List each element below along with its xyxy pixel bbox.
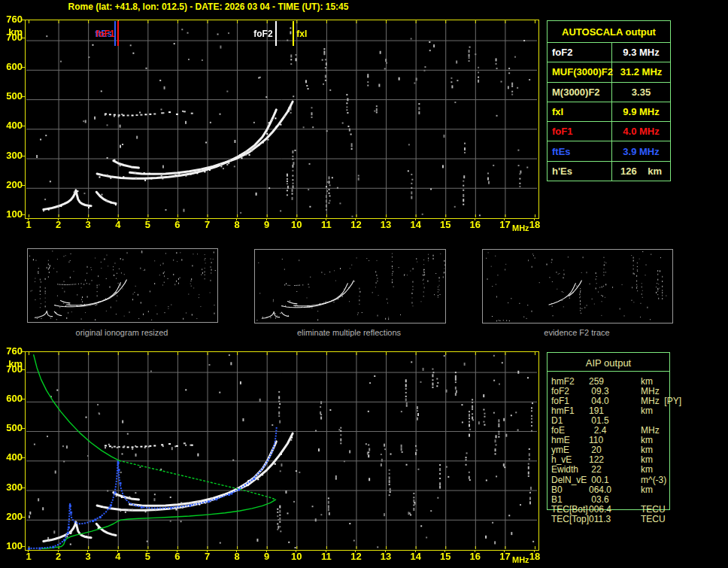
aip-param-unit: km — [641, 485, 653, 495]
x-tick-label: 17 — [495, 552, 514, 561]
aip-param-label: foF2 — [551, 387, 569, 396]
aip-param-label: TEC[Bot] — [551, 505, 588, 515]
x-tick-label: 2 — [49, 220, 68, 229]
x-tick-label: 17 — [495, 220, 514, 229]
x-tick-label: 6 — [168, 552, 187, 561]
bottom-inversion-canvas — [26, 352, 538, 550]
thumbnail-evidence-f2 — [482, 249, 673, 323]
aip-param-unit: TECU — [641, 515, 666, 524]
x-tick-label: 14 — [406, 220, 426, 229]
aip-param-value: 259 — [589, 377, 604, 387]
aip-param-value: 22 — [589, 465, 602, 475]
aip-param-value: 011.3 — [589, 515, 611, 524]
x-tick-label: 18 — [525, 220, 544, 229]
y-tick-label: 700 — [2, 33, 23, 42]
autoscala-row-foF2: foF29.3 MHz — [548, 42, 670, 62]
autoscala-param-label: fxI — [548, 102, 612, 121]
autoscala-param-label: foF2 — [548, 43, 612, 62]
thumbnail-eliminate-canvas — [255, 250, 445, 323]
x-tick-label: 4 — [108, 220, 128, 229]
x-tick-label: 8 — [227, 220, 247, 229]
x-tick-label: 11 — [317, 220, 336, 229]
x-tick-label: 8 — [227, 552, 247, 561]
x-tick-label: 13 — [376, 552, 396, 561]
thumbnail-evidence-canvas — [483, 250, 672, 323]
thumbnail-eliminate-reflections — [254, 249, 446, 323]
aip-param-unit: km — [641, 377, 653, 387]
marker-label-foF2: foF2 — [253, 29, 272, 38]
autoscala-param-value: 9.9 MHz — [612, 102, 670, 121]
autoscala-row-M(3000)F2: M(3000)F23.35 — [548, 82, 670, 102]
top-ionogram-plot: ftEsfoF1foF2fxI — [25, 20, 539, 219]
thumbnail-label: evidence F2 trace — [544, 328, 609, 337]
autoscala-row-MUF(3000)F2: MUF(3000)F231.2 MHz — [548, 62, 670, 81]
aip-param-value: 01.5 — [589, 416, 609, 426]
x-axis-unit-label: MHz — [512, 224, 529, 232]
y-tick-label: 700 — [2, 365, 23, 374]
station-date-title: Rome (lat: +41.8, lon: 012.5) - DATE: 20… — [68, 2, 349, 12]
x-tick-label: 12 — [346, 220, 366, 229]
y-tick-label: 300 — [2, 483, 23, 492]
x-tick-label: 7 — [198, 220, 217, 229]
autoscala-param-label: h'Es — [548, 162, 612, 181]
x-tick-label: 3 — [78, 552, 98, 561]
x-tick-label: 15 — [435, 220, 455, 229]
autoscala-param-value: 3.35 — [612, 83, 670, 102]
aip-param-label: h_vE — [551, 455, 572, 465]
aip-param-value: 191 — [589, 406, 604, 416]
x-tick-label: 9 — [257, 220, 277, 229]
autoscala-param-label: foF1 — [548, 122, 612, 141]
autoscala-row-fxI: fxI9.9 MHz — [548, 102, 670, 121]
y-axis-unit-label: km — [2, 360, 23, 369]
autoscala-output-screen: Rome (lat: +41.8, lon: 012.5) - DATE: 20… — [0, 0, 728, 568]
x-tick-label: 9 — [257, 552, 277, 561]
x-tick-label: 12 — [346, 552, 366, 561]
aip-param-value: 00.1 — [589, 475, 609, 485]
aip-param-label: B1 — [551, 495, 563, 505]
autoscala-param-value: 4.0 MHz — [612, 122, 670, 141]
y-tick-label: 760 — [2, 15, 23, 24]
aip-param-unit: MHz — [641, 426, 660, 436]
thumbnail-label: eliminate multiple reflections — [297, 328, 401, 337]
y-tick-label: 760 — [2, 347, 23, 356]
y-tick-label: 100 — [2, 542, 23, 551]
autoscala-row-ftEs: ftEs3.9 MHz — [548, 141, 670, 160]
aip-header-divider — [547, 371, 670, 372]
autoscala-row-h'Es: h'Es126 km — [548, 161, 670, 181]
aip-param-value: 03.6 — [589, 495, 609, 505]
aip-param-label: DelN_vE — [551, 475, 587, 485]
aip-param-label: Ewidth — [551, 465, 578, 475]
aip-param-unit: km — [641, 436, 653, 445]
aip-param-label: D1 — [551, 416, 563, 426]
x-tick-label: 16 — [466, 220, 485, 229]
aip-param-unit: MHz [PY] — [641, 396, 681, 406]
autoscala-param-value: 31.2 MHz — [612, 62, 670, 81]
x-tick-label: 6 — [168, 220, 187, 229]
aip-param-unit: m^(-3) — [641, 475, 666, 485]
x-tick-label: 7 — [198, 552, 217, 561]
y-tick-label: 400 — [2, 121, 23, 130]
aip-param-label: hmF1 — [551, 406, 575, 416]
aip-output-panel: AIP output hmF2259kmfoF2 09.3MHzfoF1 04.… — [547, 352, 670, 527]
bottom-inversion-plot — [25, 351, 539, 551]
aip-param-label: foF1 — [551, 396, 569, 406]
aip-param-unit: km — [641, 406, 653, 416]
aip-param-unit: km — [641, 455, 653, 465]
aip-param-unit: TECU — [641, 505, 666, 515]
y-tick-label: 200 — [2, 181, 23, 190]
autoscala-param-label: ftEs — [548, 141, 612, 160]
autoscala-row-foF1: foF14.0 MHz — [548, 121, 670, 141]
aip-param-label: hmF2 — [551, 377, 575, 387]
x-tick-label: 1 — [19, 552, 38, 561]
y-tick-label: 500 — [2, 92, 23, 101]
aip-param-label: TEC[Top] — [551, 515, 589, 524]
autoscala-param-label: MUF(3000)F2 — [548, 62, 612, 81]
aip-param-unit: MHz — [641, 387, 660, 396]
x-tick-label: 14 — [406, 552, 426, 561]
thumbnail-original-ionogram — [27, 248, 218, 323]
y-tick-label: 100 — [2, 210, 23, 219]
aip-param-value: 122 — [589, 455, 604, 465]
x-tick-label: 15 — [435, 552, 455, 561]
y-tick-label: 300 — [2, 151, 23, 160]
aip-param-label: B0 — [551, 485, 563, 495]
